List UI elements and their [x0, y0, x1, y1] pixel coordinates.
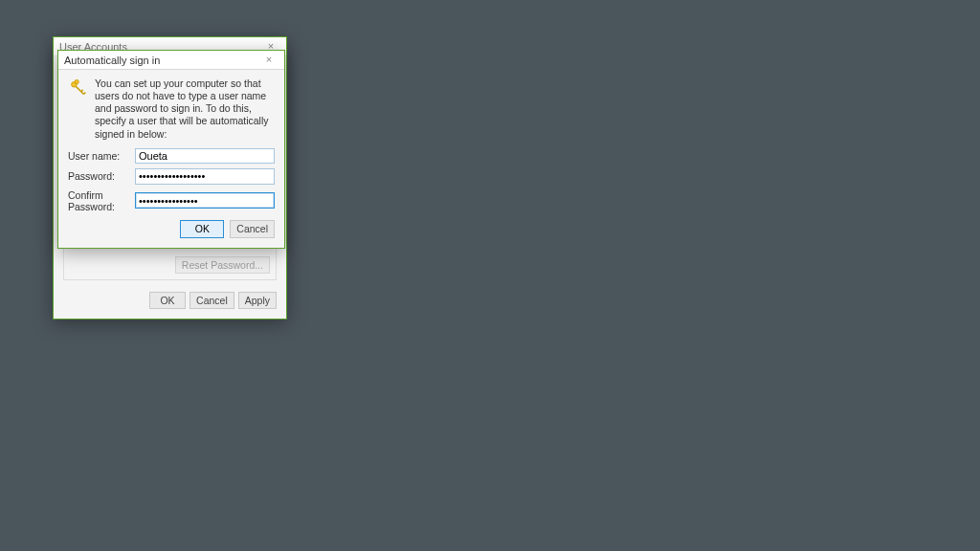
username-label: User name: — [68, 150, 135, 162]
dialog-cancel-button[interactable]: Cancel — [230, 220, 275, 238]
cancel-button[interactable]: Cancel — [189, 292, 234, 309]
apply-button[interactable]: Apply — [238, 292, 277, 309]
ok-button[interactable]: OK — [149, 292, 186, 309]
confirm-password-label: Confirm Password: — [68, 189, 135, 212]
confirm-password-input[interactable] — [135, 192, 275, 209]
svg-point-2 — [75, 79, 78, 83]
auto-signin-title: Automatically sign in — [64, 55, 259, 66]
dialog-ok-button[interactable]: OK — [180, 220, 224, 238]
password-label: Password: — [68, 170, 135, 182]
auto-signin-titlebar[interactable]: Automatically sign in × — [58, 51, 284, 70]
password-input[interactable] — [135, 168, 275, 185]
username-input[interactable] — [135, 148, 275, 165]
close-icon[interactable]: × — [259, 53, 278, 68]
keys-icon — [68, 77, 89, 99]
reset-password-button[interactable]: Reset Password... — [175, 256, 270, 274]
auto-signin-description: You can set up your computer so that use… — [95, 77, 275, 141]
auto-signin-dialog: Automatically sign in × You can set up y… — [57, 50, 285, 249]
